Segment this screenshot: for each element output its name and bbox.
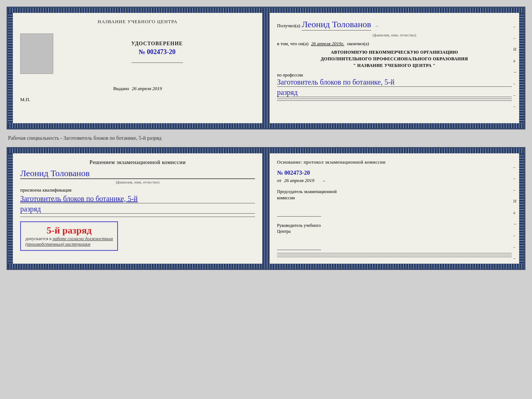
director-signature-line <box>277 243 321 250</box>
cert-title: УДОСТОВЕРЕНИЕ <box>131 41 183 47</box>
certified-suffix: окончил(а) <box>347 41 369 46</box>
border-left-1 <box>8 13 13 123</box>
chairman-subtitle: комиссии <box>277 195 295 200</box>
document-container: НАЗВАНИЕ УЧЕБНОГО ЦЕНТРА УДОСТОВЕРЕНИЕ №… <box>7 7 525 270</box>
cert-number: № 002473-20 <box>139 48 176 56</box>
protocol-date: 26 апреля 2019 <box>284 178 314 183</box>
director-subtitle: Центра <box>277 229 291 234</box>
director-title: Руководитель учебного <box>277 223 321 228</box>
received-prefix: Получил(а) <box>277 23 300 28</box>
stamp-desc3-text: (производственным) инструкциям <box>25 242 90 247</box>
name-subtitle-2: (фамилия, имя, отчество) <box>20 179 255 184</box>
border-left-2 <box>8 153 13 264</box>
person-name: Леонид Толованов <box>20 168 255 179</box>
date-prefix: от <box>277 178 281 183</box>
stamp-desc1: допускается к <box>25 236 51 241</box>
certified-date: 26 апреля 2019г. <box>311 41 344 46</box>
received-name: Леонид Толованов <box>302 19 371 31</box>
director-block: Руководитель учебного Центра <box>277 222 512 235</box>
profession-name: Заготовитель блоков по ботанике, 5-й <box>277 78 512 87</box>
commission-title: Решением экзаменационной комиссии <box>20 159 255 165</box>
issued-line: Выдано 26 апреля 2019 <box>113 86 162 91</box>
protocol-number: № 002473-20 <box>277 170 512 176</box>
border-right-1 <box>519 13 524 123</box>
org-line3: " НАЗВАНИЕ УЧЕБНОГО ЦЕНТРА " <box>277 62 512 69</box>
border-right-2 <box>519 153 524 264</box>
qualification-name: Заготовитель блоков по ботанике, 5-й <box>20 195 255 203</box>
name-subtitle-1: (фамилия, имя, отчество) <box>277 33 512 37</box>
certified-text: в том, что он(а) <box>277 41 309 46</box>
specialty-label: Рабочая специальность - Заготовитель бло… <box>7 133 525 143</box>
razryad-1: разряд <box>277 88 512 97</box>
chairman-title: Председатель экзаменационной <box>277 189 337 194</box>
card2-right: – – – И а ← – – – – Основание: протокол … <box>270 153 519 264</box>
spine-1 <box>262 8 270 128</box>
basis-title: Основание: протокол экзаменационной коми… <box>277 159 512 165</box>
certificate-card-2: Решением экзаменационной комиссии Леонид… <box>7 147 525 270</box>
stamp-desc3: (производственным) инструкциям <box>25 242 113 247</box>
org-line1: АВТОНОМНУЮ НЕКОММЕРЧЕСКУЮ ОРГАНИЗАЦИЮ <box>277 49 512 56</box>
profession-label: по профессии <box>277 72 512 78</box>
spine-2 <box>262 148 270 269</box>
training-center-title-1: НАЗВАНИЕ УЧЕБНОГО ЦЕНТРА <box>20 19 255 25</box>
org-block: АВТОНОМНУЮ НЕКОММЕРЧЕСКУЮ ОРГАНИЗАЦИЮ ДО… <box>277 49 512 69</box>
issued-date: 26 апреля 2019 <box>132 86 162 91</box>
org-line2: ДОПОЛНИТЕЛЬНОГО ПРОФЕССИОНАЛЬНОГО ОБРАЗО… <box>277 56 512 62</box>
card1-right: – – И а ← – – – Получил(а) Леонид Толова… <box>270 13 519 123</box>
stamp-desc2: работе согласно должностным <box>53 236 113 241</box>
mp-label: М.П. <box>20 97 30 102</box>
photo-placeholder <box>20 33 53 74</box>
stamp-rank: 5-й разряд <box>25 225 113 236</box>
chairman-signature-line <box>277 209 321 217</box>
qualification-label: присвоена квалификация <box>20 187 255 193</box>
certificate-card-1: НАЗВАНИЕ УЧЕБНОГО ЦЕНТРА УДОСТОВЕРЕНИЕ №… <box>7 7 525 129</box>
issued-label: Выдано <box>113 86 129 91</box>
razryad-2: разряд <box>20 205 255 214</box>
stamp-desc: допускается к работе согласно должностны… <box>25 236 113 242</box>
card1-left: НАЗВАНИЕ УЧЕБНОГО ЦЕНТРА УДОСТОВЕРЕНИЕ №… <box>13 13 262 123</box>
card2-left: Решением экзаменационной комиссии Леонид… <box>13 153 262 264</box>
chairman-block: Председатель экзаменационной комиссии <box>277 189 512 201</box>
stamp-box: 5-й разряд допускается к работе согласно… <box>20 221 118 251</box>
